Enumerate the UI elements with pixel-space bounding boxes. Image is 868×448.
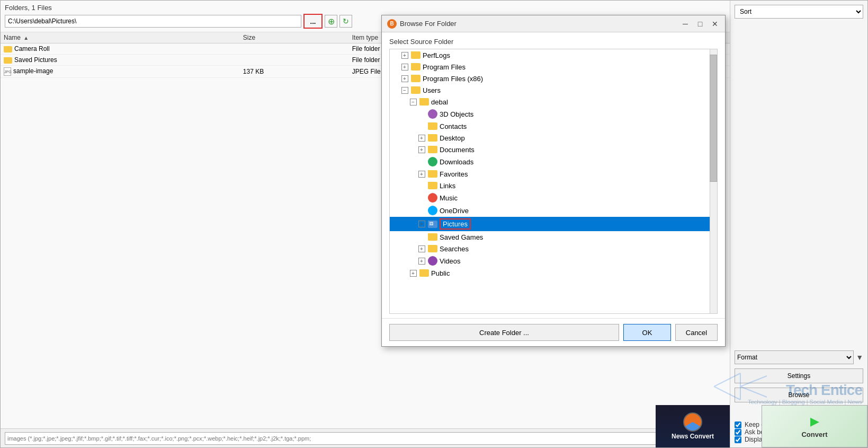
add-folder-button[interactable]: ⊕ [325,15,337,28]
expand-icon[interactable] [417,257,426,265]
checkbox-2[interactable] [735,436,741,443]
tree-label: Program Files (x86) [423,75,483,83]
folder-icon [411,86,420,94]
news-convert-box: News Convert [656,405,730,447]
bottom-bar [1,428,730,447]
right-panel: Sort Format ▼ Settings Browse Advanced O… [730,1,867,447]
folder-icon [428,182,437,189]
tree-item[interactable]: debal [390,96,710,108]
folder-icon [428,134,437,142]
tree-item[interactable]: Music [390,191,710,204]
scrollbar-track[interactable] [710,49,717,313]
dialog-title-bar: B Browse For Folder ─ □ ✕ [382,15,725,32]
folder-icon [419,269,429,277]
tree-item[interactable]: Documents [390,144,710,155]
folder-icon [428,122,437,130]
tree-item[interactable]: Searches [390,243,710,254]
expand-icon[interactable] [400,51,409,59]
tree-label: PerfLogs [423,51,450,59]
expand-icon[interactable] [400,74,409,83]
dialog-minimize-button[interactable]: ─ [678,18,692,30]
tree-container: PerfLogsProgram FilesProgram Files (x86)… [390,49,717,279]
expand-icon[interactable] [417,244,426,253]
tree-item[interactable]: Program Files [390,61,710,73]
dialog-maximize-button[interactable]: □ [693,18,707,30]
tree-label: OneDrive [440,207,469,215]
checkbox-0[interactable] [735,421,741,428]
folder-icon [419,98,429,106]
dialog-header: Select Source Folder [382,32,725,49]
expand-icon[interactable] [417,170,426,178]
chevron-down-icon: ▼ [856,353,863,362]
tree-item[interactable]: Program Files (x86) [390,73,710,84]
browse-button[interactable]: ... [305,15,321,28]
tree-label: Videos [440,257,461,265]
tree-item[interactable]: PerfLogs [390,49,710,61]
scan-button[interactable]: ↻ [339,15,352,28]
folder-icon [428,170,437,178]
tree-item[interactable]: Desktop [390,132,710,144]
settings-button[interactable]: Settings [735,368,863,383]
folder-icon [411,51,420,59]
special-folder-icon [428,157,437,166]
expand-icon[interactable] [400,86,409,94]
checkbox-1[interactable] [735,429,741,436]
dropdown-row: Format ▼ [735,350,863,364]
dialog-close-button[interactable]: ✕ [708,18,722,30]
tree-label: Searches [440,245,469,253]
news-convert-label: News Convert [672,433,714,440]
dialog-tree-area[interactable]: PerfLogsProgram FilesProgram Files (x86)… [389,49,718,314]
expand-icon[interactable] [409,269,417,277]
col-name[interactable]: Name ▲ [1,32,240,43]
tree-item[interactable]: Saved Games [390,231,710,243]
tree-item[interactable]: Favorites [390,168,710,180]
browse-output-button[interactable]: Browse [735,388,863,402]
special-folder-icon [428,193,437,203]
ok-button[interactable]: OK [623,324,671,341]
expand-icon[interactable] [400,63,409,71]
cancel-button[interactable]: Cancel [675,324,718,341]
expand-icon[interactable] [417,145,426,154]
scrollbar-thumb[interactable] [710,55,717,182]
file-name: sample-image [13,67,53,75]
tree-label: Contacts [440,122,467,130]
folder-icon: 🖼 [428,221,437,228]
folder-icon [428,245,437,252]
sort-dropdown[interactable]: Sort [735,5,863,19]
file-name: Camera Roll [14,45,50,52]
tree-item[interactable]: Downloads [390,155,710,168]
file-size-cell: 137 KB [240,66,349,78]
col-size[interactable]: Size [240,32,349,43]
file-name-cell: JPGsample-image [1,66,240,78]
format-dropdown[interactable]: Format [735,350,854,364]
tree-label: Program Files [423,63,466,71]
tree-label: Music [440,194,458,202]
tree-item[interactable]: Users [390,84,710,96]
tree-label: Public [431,269,450,277]
tree-label: Favorites [440,170,468,178]
tree-item[interactable]: Links [390,180,710,191]
file-size-cell [240,55,349,66]
scan-icon: ↻ [343,17,349,25]
browse-dialog[interactable]: B Browse For Folder ─ □ ✕ Select Source … [381,15,726,347]
file-name-cell: Camera Roll [1,43,240,55]
dialog-title-controls: ─ □ ✕ [678,18,722,30]
expand-icon[interactable] [417,134,426,142]
convert-button[interactable]: ▶ Convert [762,405,867,447]
expand-icon[interactable] [417,220,426,229]
create-folder-button[interactable]: Create Folder ... [389,324,619,341]
dialog-icon: B [387,19,397,29]
tree-item[interactable]: 🖼Pictures [390,217,710,231]
tree-item[interactable]: Public [390,267,710,279]
expand-icon[interactable] [409,98,417,106]
tree-item[interactable]: Contacts [390,120,710,132]
format-input[interactable] [5,432,726,445]
news-convert-icon [683,412,702,432]
tree-item[interactable]: 3D Objects [390,108,710,120]
tree-item[interactable]: OneDrive [390,204,710,217]
folder-icon [428,233,437,241]
tree-item[interactable]: Videos [390,254,710,267]
path-input[interactable] [5,15,301,28]
special-folder-icon [428,256,437,266]
tree-label: Documents [440,146,475,154]
